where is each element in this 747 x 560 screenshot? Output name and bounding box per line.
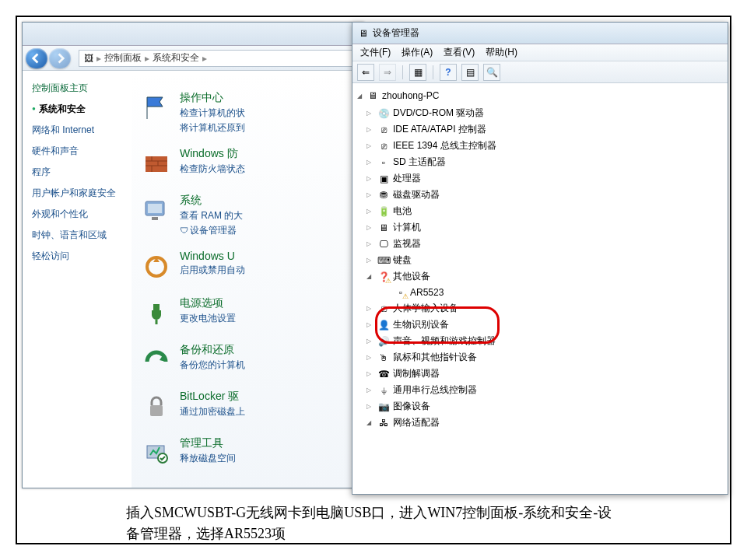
dm-toolbar: ⇐ ⇒ ▦ ? ▤ 🔍 xyxy=(352,61,728,83)
cat-bitlocker[interactable]: BitLocker 驱 xyxy=(180,390,245,404)
link-disk[interactable]: 释放磁盘空间 xyxy=(180,452,236,465)
sidebar-item-programs[interactable]: 程序 xyxy=(32,166,122,179)
lock-icon xyxy=(139,390,174,424)
tb-properties[interactable]: ▤ xyxy=(461,64,479,81)
link-ram[interactable]: 查看 RAM 的大 xyxy=(180,209,243,222)
pc-icon: 🖥 xyxy=(366,89,379,102)
cat-action-center[interactable]: 操作中心 xyxy=(180,91,245,105)
link-auto[interactable]: 启用或禁用自动 xyxy=(180,264,245,277)
tree-hid[interactable]: ⎚人体学输入设备 xyxy=(357,300,723,317)
tree-computer[interactable]: 🖥计算机 xyxy=(357,219,723,236)
cp-home-link[interactable]: 控制面板主页 xyxy=(32,82,122,95)
tools-icon xyxy=(139,436,174,471)
unknown-icon: ❓ xyxy=(377,271,390,283)
power-icon xyxy=(139,296,174,331)
control-panel-window: 🖼 ▸ 控制面板 ▸ 系统和安全 ▸ 控制面板主页 系统和安全 网络和 Inte… xyxy=(22,22,364,488)
dm-tree: 🖥zhouhong-PC 💿DVD/CD-ROM 驱动器 ⎚IDE ATA/AT… xyxy=(352,83,728,494)
cat-firewall[interactable]: Windows 防 xyxy=(180,147,245,161)
device-manager-window: 🖥设备管理器 文件(F) 操作(A) 查看(V) 帮助(H) ⇐ ⇒ ▦ ? ▤… xyxy=(352,22,728,495)
tree-biometric[interactable]: 👤生物识别设备 xyxy=(357,317,723,333)
cpu-icon: ▣ xyxy=(377,173,390,185)
tb-help[interactable]: ? xyxy=(440,64,457,81)
dm-titlebar[interactable]: 🖥设备管理器 xyxy=(352,23,728,44)
tree-1394[interactable]: ⎚IEEE 1394 总线主控制器 xyxy=(357,138,723,154)
sidebar-item-ease[interactable]: 轻松访问 xyxy=(32,250,122,263)
cat-backup[interactable]: 备份和还原 xyxy=(180,343,245,357)
tree-battery[interactable]: 🔋电池 xyxy=(357,203,723,219)
back-button[interactable] xyxy=(26,48,47,68)
usb-icon: ⏚ xyxy=(377,384,390,397)
tree-cpu[interactable]: ▣处理器 xyxy=(357,170,723,187)
tb-back[interactable]: ⇐ xyxy=(357,64,374,81)
tree-monitor[interactable]: 🖵监视器 xyxy=(357,236,723,252)
monitor-icon: 🖵 xyxy=(377,238,390,250)
computer-icon xyxy=(139,194,174,228)
menu-help[interactable]: 帮助(H) xyxy=(486,46,517,59)
cat-system[interactable]: 系统 xyxy=(180,194,243,208)
network-icon: 🖧 xyxy=(377,417,390,429)
cat-update[interactable]: Windows U xyxy=(180,250,245,262)
menu-view[interactable]: 查看(V) xyxy=(444,46,475,59)
tb-show-hidden[interactable]: ▦ xyxy=(409,64,426,81)
forward-button[interactable] xyxy=(49,48,71,68)
tree-mouse[interactable]: 🖱鼠标和其他指针设备 xyxy=(357,349,723,366)
tree-other-devices[interactable]: ❓其他设备 xyxy=(357,268,723,285)
cat-power[interactable]: 电源选项 xyxy=(180,296,236,310)
sidebar-item-hardware[interactable]: 硬件和声音 xyxy=(32,145,122,158)
computer-icon: 🖥 xyxy=(377,222,390,234)
sidebar-item-appearance[interactable]: 外观和个性化 xyxy=(32,208,122,221)
tree-sound[interactable]: 🔊声音、视频和游戏控制器 xyxy=(357,333,723,349)
cp-nav: 🖼 ▸ 控制面板 ▸ 系统和安全 ▸ xyxy=(23,46,363,71)
sidebar-item-accounts[interactable]: 用户帐户和家庭安全 xyxy=(32,187,122,200)
tree-root[interactable]: 🖥zhouhong-PC xyxy=(357,89,723,102)
sidebar-item-system-security[interactable]: 系统和安全 xyxy=(32,103,122,116)
keyboard-icon: ⌨ xyxy=(377,254,390,267)
tree-keyboard[interactable]: ⌨键盘 xyxy=(357,252,723,268)
root-label: zhouhong-PC xyxy=(382,90,439,101)
link-fw-status[interactable]: 检查防火墙状态 xyxy=(180,163,245,176)
flag-icon xyxy=(139,91,174,125)
tree-disk[interactable]: ⛃磁盘驱动器 xyxy=(357,187,723,203)
link-battery[interactable]: 更改电池设置 xyxy=(180,312,236,325)
tree-ide[interactable]: ⎚IDE ATA/ATAPI 控制器 xyxy=(357,121,723,138)
wall-icon xyxy=(139,147,174,181)
tb-forward[interactable]: ⇒ xyxy=(379,64,396,81)
battery-icon: 🔋 xyxy=(377,205,390,218)
svg-rect-5 xyxy=(150,405,163,416)
breadcrumb-icon: 🖼 xyxy=(84,53,93,64)
breadcrumb-p2[interactable]: 系统和安全 xyxy=(153,51,199,65)
breadcrumb-p1[interactable]: 控制面板 xyxy=(104,51,142,65)
link-check-status[interactable]: 检查计算机的状 xyxy=(180,107,245,120)
camera-icon: 📷 xyxy=(377,401,390,413)
cp-sidebar: 控制面板主页 系统和安全 网络和 Internet 硬件和声音 程序 用户帐户和… xyxy=(23,71,132,488)
modem-icon: ☎ xyxy=(377,368,390,380)
tb-scan[interactable]: 🔍 xyxy=(483,64,500,81)
svg-rect-0 xyxy=(146,156,167,172)
tree-network[interactable]: 🖧网络适配器 xyxy=(357,415,723,431)
mouse-icon: 🖱 xyxy=(377,352,390,364)
link-restore[interactable]: 将计算机还原到 xyxy=(180,121,245,135)
menu-file[interactable]: 文件(F) xyxy=(360,46,391,59)
sound-icon: 🔊 xyxy=(377,335,390,348)
link-encrypt[interactable]: 通过加密磁盘上 xyxy=(180,405,245,418)
bio-icon: 👤 xyxy=(377,319,390,331)
update-icon xyxy=(139,250,174,284)
svg-rect-2 xyxy=(148,204,162,213)
tree-imaging[interactable]: 📷图像设备 xyxy=(357,398,723,415)
sidebar-item-network[interactable]: 网络和 Internet xyxy=(32,124,122,137)
ide-icon: ⎚ xyxy=(377,124,390,136)
caption-text: 插入SMCWUSBT-G无线网卡到电脑USB口，进入WIN7控制面板-系统和安全… xyxy=(126,502,624,544)
menu-action[interactable]: 操作(A) xyxy=(402,46,433,59)
tree-sd[interactable]: ▫SD 主适配器 xyxy=(357,154,723,170)
cp-titlebar[interactable] xyxy=(23,23,363,46)
tree-dvd[interactable]: 💿DVD/CD-ROM 驱动器 xyxy=(357,105,723,121)
tree-ar5523[interactable]: ▫AR5523 xyxy=(357,285,723,300)
tree-usb[interactable]: ⏚通用串行总线控制器 xyxy=(357,382,723,398)
dm-title: 设备管理器 xyxy=(373,26,419,40)
link-device-manager[interactable]: 设备管理器 xyxy=(180,224,243,237)
cat-admin-tools[interactable]: 管理工具 xyxy=(180,436,236,450)
link-backup[interactable]: 备份您的计算机 xyxy=(180,359,245,372)
tree-modem[interactable]: ☎调制解调器 xyxy=(357,366,723,382)
breadcrumb[interactable]: 🖼 ▸ 控制面板 ▸ 系统和安全 ▸ xyxy=(79,50,360,67)
sidebar-item-clock[interactable]: 时钟、语言和区域 xyxy=(32,229,122,242)
